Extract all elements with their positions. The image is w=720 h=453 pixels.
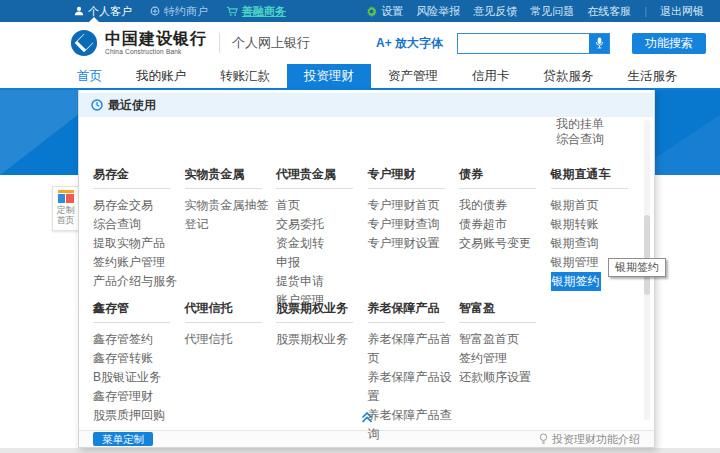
menu-item[interactable]: 交易委托 <box>276 215 324 234</box>
logout-link[interactable]: 退出网银 <box>660 4 704 19</box>
menu-item[interactable]: 鑫存管理财 <box>93 387 153 406</box>
nav-tab-4[interactable]: 资产管理 <box>371 64 455 88</box>
nav-tab-3[interactable]: 投资理财 <box>287 64 371 88</box>
topbar-divider: | <box>644 5 647 17</box>
gear-icon <box>366 6 377 17</box>
menu-group-title: 易存金 <box>93 166 170 189</box>
recent-item-link[interactable]: 综合查询 <box>556 132 604 147</box>
menu-item[interactable]: 还款顺序设置 <box>459 368 531 387</box>
menu-item[interactable]: 银期转账 <box>551 215 599 234</box>
menu-item[interactable]: 实物贵金属抽签登记 <box>185 196 277 234</box>
menu-item[interactable]: 签约管理 <box>459 349 507 368</box>
menu-item[interactable]: 产品介绍与服务 <box>93 272 177 291</box>
topbar-link-label: 在线客服 <box>587 4 631 19</box>
topbar-link-label: 风险举报 <box>416 4 460 19</box>
online-service-link[interactable]: 在线客服 <box>587 4 631 19</box>
menu-group-title: 代理信托 <box>185 300 262 323</box>
menu-group: 代理贵金属首页交易委托资金划转申报提货申请账户管理 <box>276 166 368 310</box>
merchant-icon <box>150 6 160 16</box>
recent-items: 我的挂单综合查询 <box>556 117 604 147</box>
recent-item-link[interactable]: 我的挂单 <box>556 117 604 132</box>
menu-item[interactable]: 专户理财首页 <box>368 196 440 215</box>
bank-logo[interactable]: 中国建设银行 China Construction Bank <box>70 29 207 57</box>
menu-item[interactable]: 债券超市 <box>459 215 507 234</box>
menu-item[interactable]: 申报 <box>276 253 300 272</box>
menu-item[interactable]: 交易账号变更 <box>459 234 531 253</box>
personal-customer-link[interactable]: 个人客户 <box>74 4 132 19</box>
feedback-link[interactable]: 意见反馈 <box>473 4 517 19</box>
nav-tab-7[interactable]: 生活服务 <box>611 64 695 88</box>
recently-used-title: 最近使用 <box>108 97 156 114</box>
menu-item[interactable]: 签约账户管理 <box>93 253 165 272</box>
menu-item[interactable]: 代理信托 <box>185 330 233 349</box>
menu-item[interactable]: 提取实物产品 <box>93 234 165 253</box>
topbar-link-label: 特约商户 <box>164 4 208 19</box>
function-search-box <box>457 33 610 54</box>
menu-item[interactable]: 专户理财查询 <box>368 215 440 234</box>
menu-item[interactable]: 综合查询 <box>93 215 141 234</box>
menu-group: 实物贵金属实物贵金属抽签登记 <box>185 166 277 234</box>
menu-item[interactable]: 鑫存管签约 <box>93 330 153 349</box>
recently-used-bar: 最近使用 <box>79 93 653 117</box>
menu-item[interactable]: 股票质押回购 <box>93 406 165 425</box>
shanrong-commerce-link[interactable]: 善融商务 <box>226 4 286 19</box>
menu-group: 专户理财专户理财首页专户理财查询专户理财设置 <box>368 166 460 253</box>
topbar-link-label: 意见反馈 <box>473 4 517 19</box>
menu-scrollbar-thumb[interactable] <box>644 215 650 295</box>
nav-tab-6[interactable]: 贷款服务 <box>527 64 611 88</box>
menu-item[interactable]: 专户理财设置 <box>368 234 440 253</box>
menu-item[interactable]: 我的债券 <box>459 196 507 215</box>
microphone-icon <box>595 37 604 49</box>
menu-item[interactable]: 银期管理 <box>551 253 599 272</box>
topbar-link-label: 退出网银 <box>660 4 704 19</box>
customize-homepage-label: 定制 首页 <box>53 205 78 225</box>
header-divider <box>219 33 220 53</box>
nav-tab-5[interactable]: 信用卡 <box>455 64 527 88</box>
page-background-strip <box>0 448 720 453</box>
nav-tab-0[interactable]: 首页 <box>60 64 119 88</box>
menu-item[interactable]: 银期首页 <box>551 196 599 215</box>
bank-name-cn: 中国建设银行 <box>105 31 207 47</box>
menu-item[interactable]: 智富盈首页 <box>459 330 519 349</box>
menu-item[interactable]: 银期查询 <box>551 234 599 253</box>
menu-item[interactable]: 养老保障产品查询 <box>368 406 460 444</box>
menu-group: 鑫存管鑫存管签约鑫存管转账B股银证业务鑫存管理财股票质押回购 <box>93 300 185 425</box>
cart-icon <box>226 6 238 17</box>
menu-group: 易存金易存金交易综合查询提取实物产品签约账户管理产品介绍与服务 <box>93 166 185 291</box>
header: 中国建设银行 China Construction Bank 个人网上银行 A+… <box>0 22 720 64</box>
topbar-link-label: 常见问题 <box>530 4 574 19</box>
faq-link[interactable]: 常见问题 <box>530 4 574 19</box>
menu-group-title: 智富盈 <box>459 300 536 323</box>
menu-item[interactable]: 股票期权业务 <box>276 330 348 349</box>
active-customer-notch <box>89 17 99 22</box>
topbar-link-label: 善融商务 <box>242 4 286 19</box>
ccb-personal-online-banking: 个人客户特约商户善融商务 设置风险举报意见反馈常见问题在线客服|退出网银 中国建… <box>0 0 720 453</box>
menu-item[interactable]: 首页 <box>276 196 300 215</box>
menu-group-title: 实物贵金属 <box>185 166 262 189</box>
bank-name-en: China Construction Bank <box>105 49 207 56</box>
menu-item[interactable]: 易存金交易 <box>93 196 153 215</box>
menu-item[interactable]: 银期签约 <box>551 272 601 291</box>
clock-icon <box>91 99 103 111</box>
menu-item[interactable]: 资金划转 <box>276 234 324 253</box>
special-merchant-link[interactable]: 特约商户 <box>150 4 208 19</box>
main-nav: 首页我的账户转账汇款投资理财资产管理信用卡贷款服务生活服务 <box>0 64 720 90</box>
menu-item[interactable]: 养老保障产品设置 <box>368 368 460 406</box>
search-input[interactable] <box>458 35 589 52</box>
nav-tab-1[interactable]: 我的账户 <box>119 64 203 88</box>
layout-icon <box>58 190 74 203</box>
menu-item[interactable]: 提货申请 <box>276 272 324 291</box>
function-search-button[interactable]: 功能搜索 <box>632 33 706 54</box>
menu-row: 鑫存管鑫存管签约鑫存管转账B股银证业务鑫存管理财股票质押回购代理信托代理信托股票… <box>93 300 632 444</box>
settings-link[interactable]: 设置 <box>366 4 403 19</box>
topbar-link-label: 设置 <box>381 4 403 19</box>
risk-report-link[interactable]: 风险举报 <box>416 4 460 19</box>
nav-tab-2[interactable]: 转账汇款 <box>203 64 287 88</box>
menu-item[interactable]: 养老保障产品首页 <box>368 330 460 368</box>
font-zoom-link[interactable]: A+ 放大字体 <box>376 35 443 52</box>
investment-mega-menu: 最近使用 我的挂单综合查询 菜单定制 <box>78 90 655 448</box>
menu-item[interactable]: B股银证业务 <box>93 368 161 387</box>
voice-search-button[interactable] <box>589 34 609 53</box>
customize-homepage-widget[interactable]: 定制 首页 <box>52 186 79 231</box>
menu-item[interactable]: 鑫存管转账 <box>93 349 153 368</box>
